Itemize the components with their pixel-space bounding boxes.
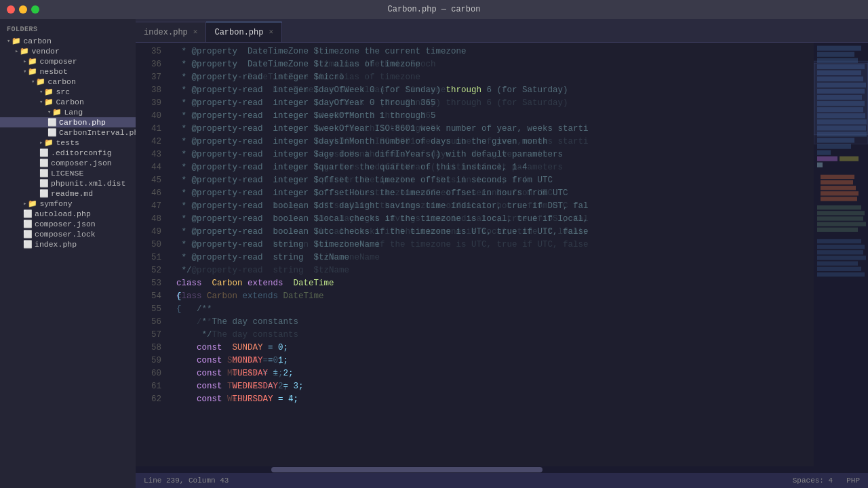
code-layer[interactable]: * @property DateTimeZone $timezone the c… [170,43,814,409]
sidebar-item-index-php2[interactable]: ⬜index.php [0,239,136,249]
minimap[interactable] [814,43,868,466]
statusbar: Line 239, Column 43 Spaces: 4 PHP [136,473,868,488]
tab-carbon-php[interactable]: Carbon.php ✕ [206,22,282,42]
sidebar-item-composer-lock[interactable]: ⬜composer.lock [0,229,136,239]
svg-rect-23 [821,180,853,184]
indent-info: Spaces: 4 [793,476,833,485]
minimize-button[interactable] [19,5,27,14]
svg-rect-20 [840,157,859,161]
window-controls[interactable] [7,5,39,14]
code-scroll[interactable]: * @property DateTimeZone $timezone the U… [170,43,814,466]
close-button[interactable] [7,5,15,14]
code-wrapper[interactable]: * @property DateTimeZone $timezone the U… [170,43,814,466]
sidebar-header: FOLDERS [0,22,136,36]
titlebar: Carbon.php — carbon [0,0,868,19]
code-editor: 35 36 37 38 39 40 41 42 43 44 45 46 47 4… [136,43,868,466]
svg-rect-16 [817,138,854,142]
language-mode: PHP [846,476,860,485]
svg-rect-32 [817,239,861,243]
window-title: Carbon.php — carbon [388,5,481,14]
svg-rect-24 [821,186,856,190]
svg-rect-25 [821,191,859,195]
scroll-thumb[interactable] [271,467,542,472]
svg-rect-19 [817,157,837,161]
svg-rect-30 [817,222,866,226]
svg-rect-36 [817,261,858,265]
svg-rect-31 [817,228,858,232]
cursor-position: Line 239, Column 43 [144,476,229,485]
svg-rect-39 [814,61,868,135]
sidebar-item-composer[interactable]: ▸📁composer [0,56,136,66]
tab-index-php[interactable]: index.php ✕ [136,22,206,42]
sidebar-item-composer-json[interactable]: ⬜composer.json [0,158,136,168]
minimap-svg [814,43,868,466]
horizontal-scrollbar[interactable] [136,466,868,473]
tab-label: index.php [144,28,188,37]
svg-rect-34 [817,250,863,254]
svg-rect-38 [817,272,865,277]
svg-rect-33 [817,245,865,249]
sidebar-item-nesbot[interactable]: ▾📁nesbot [0,66,136,77]
sidebar-item-composer-json2[interactable]: ⬜composer.json [0,219,136,229]
svg-rect-28 [817,211,865,215]
sidebar-item-tests[interactable]: ▸📁tests [0,138,136,148]
sidebar-item-CarbonInterval.php[interactable]: ⬜CarbonInterval.php [0,127,136,138]
sidebar-item-Carbon.php[interactable]: ⬜Carbon.php [0,117,136,127]
svg-rect-18 [817,150,831,155]
svg-rect-37 [817,267,861,271]
sidebar-item-carbon2[interactable]: ▾📁carbon [0,77,136,87]
sidebar-item-carbon-root[interactable]: ▾📁carbon [0,36,136,46]
tab-close-carbon[interactable]: ✕ [269,28,273,36]
sidebar-item-vendor[interactable]: ▸📁vendor [0,46,136,56]
tab-label-active: Carbon.php [214,28,263,37]
line-numbers: 35 36 37 38 39 40 41 42 43 44 45 46 47 4… [136,43,170,466]
svg-rect-35 [817,256,866,260]
tab-bar: index.php ✕ Carbon.php ✕ [136,19,868,43]
sidebar-item-src[interactable]: ▾📁src [0,87,136,97]
sidebar-item-Carbon3[interactable]: ▾📁Carbon [0,97,136,107]
sidebar-item-Lang[interactable]: ▾📁Lang [0,107,136,117]
svg-rect-22 [821,175,854,179]
svg-rect-26 [821,197,857,201]
maximize-button[interactable] [31,5,39,14]
svg-rect-1 [817,46,861,51]
sidebar-item-LICENSE[interactable]: ⬜LICENSE [0,168,136,178]
sidebar: FOLDERS ▾📁carbon ▸📁vendor ▸📁composer ▾📁n… [0,19,136,488]
sidebar-item-editorconfig[interactable]: ⬜.editorconfig [0,148,136,158]
svg-rect-27 [817,205,861,209]
main-layout: FOLDERS ▾📁carbon ▸📁vendor ▸📁composer ▾📁n… [0,19,868,488]
sidebar-item-symfony[interactable]: ▸📁symfony [0,199,136,209]
sidebar-item-phpunit[interactable]: ⬜phpunit.xml.dist [0,178,136,188]
tab-close-index[interactable]: ✕ [193,28,198,36]
sidebar-item-autoload[interactable]: ⬜autoload.php [0,209,136,219]
svg-rect-21 [817,163,823,167]
editor-area: index.php ✕ Carbon.php ✕ 35 36 37 38 39 … [136,19,868,488]
svg-rect-29 [817,216,863,220]
sidebar-item-readme[interactable]: ⬜readme.md [0,188,136,199]
svg-rect-17 [817,144,851,148]
svg-rect-2 [817,52,854,57]
